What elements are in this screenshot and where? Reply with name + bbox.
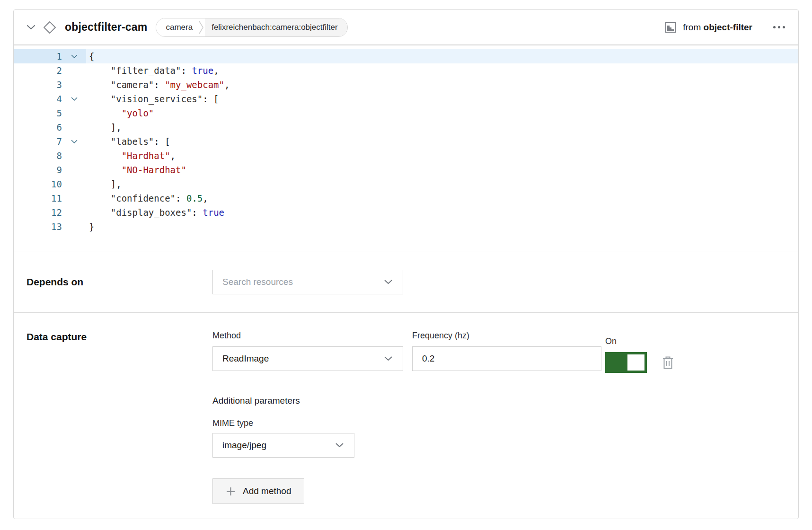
depends-on-search-select[interactable]: Search resources <box>212 270 403 294</box>
capture-on-toggle[interactable] <box>605 352 647 373</box>
add-method-label: Add method <box>243 486 291 496</box>
chevron-down-icon <box>335 443 344 448</box>
line-number: 8 <box>14 149 62 163</box>
chevron-down-icon <box>384 280 392 284</box>
mime-type-value: image/jpeg <box>222 440 266 450</box>
code-line[interactable]: 3 "camera": "my_webcam", <box>14 78 798 92</box>
module-source: from object-filter <box>664 21 752 34</box>
line-number: 7 <box>14 134 62 149</box>
code-text: "labels": [ <box>86 134 170 149</box>
fold-spacer <box>62 63 86 78</box>
from-text: from object-filter <box>683 22 752 33</box>
editor-gutter: 4 <box>14 92 86 106</box>
add-method-button[interactable]: Add method <box>212 478 304 504</box>
line-number: 6 <box>14 120 62 134</box>
code-line[interactable]: 2 "filter_data": true, <box>14 63 798 78</box>
editor-gutter: 7 <box>14 134 86 149</box>
line-number: 1 <box>14 49 62 63</box>
fold-spacer <box>62 205 86 220</box>
code-text: "camera": "my_webcam", <box>86 78 229 92</box>
line-number: 10 <box>14 177 62 191</box>
model-label: felixreichenbach:camera:objectfilter <box>205 18 347 36</box>
additional-parameters-label: Additional parameters <box>212 396 674 406</box>
code-text: ], <box>86 120 122 134</box>
code-text: "display_boxes": true <box>86 205 224 220</box>
resource-header: objectfilter-cam camera felixreichenbach… <box>14 10 798 45</box>
code-line[interactable]: 11 "confidence": 0.5, <box>14 191 798 205</box>
fold-spacer <box>62 78 86 92</box>
code-line[interactable]: 7 "labels": [ <box>14 134 798 149</box>
resource-type-badge: camera felixreichenbach:camera:objectfil… <box>156 18 347 37</box>
editor-gutter: 6 <box>14 120 86 134</box>
editor-gutter: 11 <box>14 191 86 205</box>
on-label: On <box>605 336 674 346</box>
code-text: "yolo" <box>86 106 154 120</box>
mime-type-select[interactable]: image/jpeg <box>212 433 354 458</box>
editor-gutter: 12 <box>14 205 86 220</box>
depends-on-label: Depends on <box>26 276 212 288</box>
code-text: ], <box>86 177 122 191</box>
delete-method-trash-icon[interactable] <box>662 356 674 370</box>
code-line[interactable]: 5 "yolo" <box>14 106 798 120</box>
fold-spacer <box>62 149 86 163</box>
fold-spacer <box>62 163 86 177</box>
editor-gutter: 5 <box>14 106 86 120</box>
data-capture-form: Method ReadImage Frequency (hz) On <box>212 331 674 504</box>
code-line[interactable]: 13} <box>14 220 798 234</box>
line-number: 5 <box>14 106 62 120</box>
code-line[interactable]: 8 "Hardhat", <box>14 149 798 163</box>
line-number: 9 <box>14 163 62 177</box>
code-text: "filter_data": true, <box>86 63 219 78</box>
chevron-down-icon <box>384 356 392 361</box>
collapse-chevron-icon[interactable] <box>26 25 35 30</box>
code-text: "vision_services": [ <box>86 92 219 106</box>
fold-chevron-icon[interactable] <box>62 134 86 149</box>
line-number: 12 <box>14 205 62 220</box>
line-number: 13 <box>14 220 62 234</box>
badge-separator-chevron-icon <box>197 18 205 36</box>
fold-chevron-icon[interactable] <box>62 92 86 106</box>
toggle-knob <box>627 354 644 371</box>
fold-spacer <box>62 220 86 234</box>
editor-gutter: 3 <box>14 78 86 92</box>
depends-on-section: Depends on Search resources <box>14 251 798 313</box>
resource-card: objectfilter-cam camera felixreichenbach… <box>13 9 799 519</box>
data-capture-section: Data capture Method ReadImage Frequency … <box>14 313 798 504</box>
code-line[interactable]: 10 ], <box>14 177 798 191</box>
fold-spacer <box>62 177 86 191</box>
code-text: { <box>86 49 94 63</box>
frequency-field-group: Frequency (hz) <box>412 331 601 373</box>
module-icon <box>664 21 677 34</box>
frequency-input[interactable] <box>412 346 601 371</box>
code-editor[interactable]: 1{2 "filter_data": true,3 "camera": "my_… <box>14 45 798 251</box>
line-number: 2 <box>14 63 62 78</box>
line-number: 4 <box>14 92 62 106</box>
code-text: } <box>86 220 94 234</box>
fold-spacer <box>62 191 86 205</box>
editor-gutter: 2 <box>14 63 86 78</box>
fold-chevron-icon[interactable] <box>62 49 86 63</box>
code-line[interactable]: 9 "NO-Hardhat" <box>14 163 798 177</box>
code-line[interactable]: 12 "display_boxes": true <box>14 205 798 220</box>
data-capture-label: Data capture <box>26 331 212 343</box>
fold-spacer <box>62 106 86 120</box>
method-value: ReadImage <box>222 353 269 364</box>
line-number: 11 <box>14 191 62 205</box>
editor-gutter: 13 <box>14 220 86 234</box>
code-text: "Hardhat", <box>86 149 176 163</box>
editor-gutter: 10 <box>14 177 86 191</box>
method-field-group: Method ReadImage <box>212 331 403 373</box>
code-line[interactable]: 4 "vision_services": [ <box>14 92 798 106</box>
more-options-button[interactable] <box>772 23 786 31</box>
code-text: "NO-Hardhat" <box>86 163 186 177</box>
mime-type-label: MIME type <box>212 418 674 428</box>
code-line[interactable]: 1{ <box>14 49 798 63</box>
frequency-label: Frequency (hz) <box>412 331 601 341</box>
method-select[interactable]: ReadImage <box>212 346 403 371</box>
resource-name: objectfilter-cam <box>65 21 147 34</box>
code-text: "confidence": 0.5, <box>86 191 208 205</box>
fold-spacer <box>62 120 86 134</box>
capture-toggle-group: On <box>605 336 674 373</box>
type-label: camera <box>156 18 197 36</box>
code-line[interactable]: 6 ], <box>14 120 798 134</box>
